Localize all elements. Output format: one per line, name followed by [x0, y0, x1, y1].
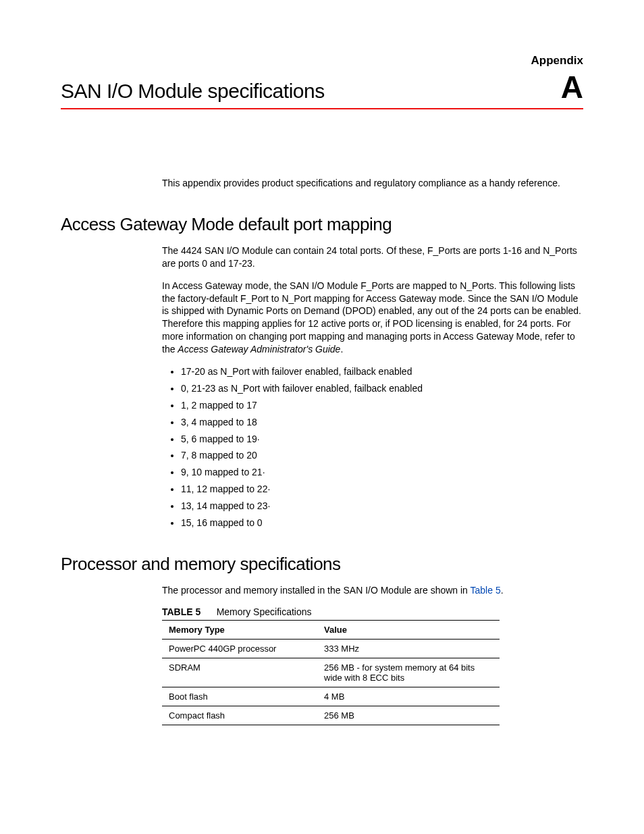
table-row: SDRAM 256 MB - for system memory at 64 b… — [162, 658, 500, 687]
table-caption: TABLE 5 Memory Specifications — [162, 606, 583, 617]
port-mapping-list: 17-20 as N_Port with failover enabled, f… — [162, 365, 583, 529]
list-item: 13, 14 mapped to 23· — [181, 500, 583, 513]
table-cell: 256 MB - for system memory at 64 bits wi… — [317, 658, 500, 687]
title-row: SAN I/O Module specifications A — [61, 72, 583, 109]
table-number: TABLE 5 — [162, 606, 200, 617]
table-title: Memory Specifications — [217, 606, 312, 617]
list-item: 5, 6 mapped to 19· — [181, 433, 583, 446]
section-heading-access-gateway: Access Gateway Mode default port mapping — [61, 214, 583, 235]
table-header: Memory Type — [162, 620, 317, 639]
section2-p1: The processor and memory installed in th… — [162, 584, 583, 597]
table-cell: Compact flash — [162, 706, 317, 725]
table-row: PowerPC 440GP processor 333 MHz — [162, 639, 500, 658]
section1-p2-b: . — [340, 344, 343, 355]
book-title-ref: Access Gateway Administrator's Guide — [178, 344, 340, 355]
list-item: 1, 2 mapped to 17 — [181, 399, 583, 412]
section-heading-processor-memory: Processor and memory specifications — [61, 554, 583, 575]
section1-p2: In Access Gateway mode, the SAN I/O Modu… — [162, 280, 583, 356]
table-cell: 256 MB — [317, 706, 500, 725]
section1-p1: The 4424 SAN I/O Module can contain 24 t… — [162, 244, 583, 270]
table-cell: 4 MB — [317, 687, 500, 706]
table-cell: Boot flash — [162, 687, 317, 706]
list-item: 17-20 as N_Port with failover enabled, f… — [181, 365, 583, 378]
list-item: 9, 10 mapped to 21· — [181, 466, 583, 479]
section2-p1-b: . — [501, 585, 504, 596]
table-xref[interactable]: Table 5 — [471, 585, 501, 596]
table-cell: 333 MHz — [317, 639, 500, 658]
list-item: 15, 16 mapped to 0 — [181, 517, 583, 529]
memory-spec-table: Memory Type Value PowerPC 440GP processo… — [162, 620, 500, 725]
table-row: Compact flash 256 MB — [162, 706, 500, 725]
section2-p1-a: The processor and memory installed in th… — [162, 585, 471, 596]
table-header-row: Memory Type Value — [162, 620, 500, 639]
intro-paragraph: This appendix provides product specifica… — [162, 177, 583, 190]
page-title: SAN I/O Module specifications — [61, 80, 325, 103]
list-item: 11, 12 mapped to 22· — [181, 483, 583, 496]
list-item: 0, 21-23 as N_Port with failover enabled… — [181, 382, 583, 395]
table-cell: PowerPC 440GP processor — [162, 639, 317, 658]
appendix-letter: A — [561, 72, 583, 103]
list-item: 3, 4 mapped to 18 — [181, 416, 583, 429]
table-cell: SDRAM — [162, 658, 317, 687]
table-header: Value — [317, 620, 500, 639]
appendix-label: Appendix — [61, 54, 583, 68]
table-row: Boot flash 4 MB — [162, 687, 500, 706]
list-item: 7, 8 mapped to 20 — [181, 449, 583, 462]
